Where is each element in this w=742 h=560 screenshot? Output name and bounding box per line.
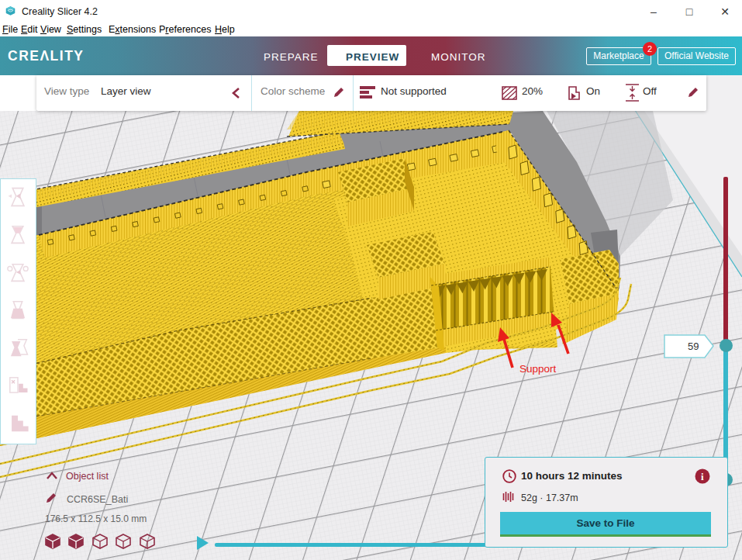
svg-text:59: 59 [688,340,699,352]
svg-text:i: i [701,471,704,482]
svg-text:Support: Support [519,363,557,375]
